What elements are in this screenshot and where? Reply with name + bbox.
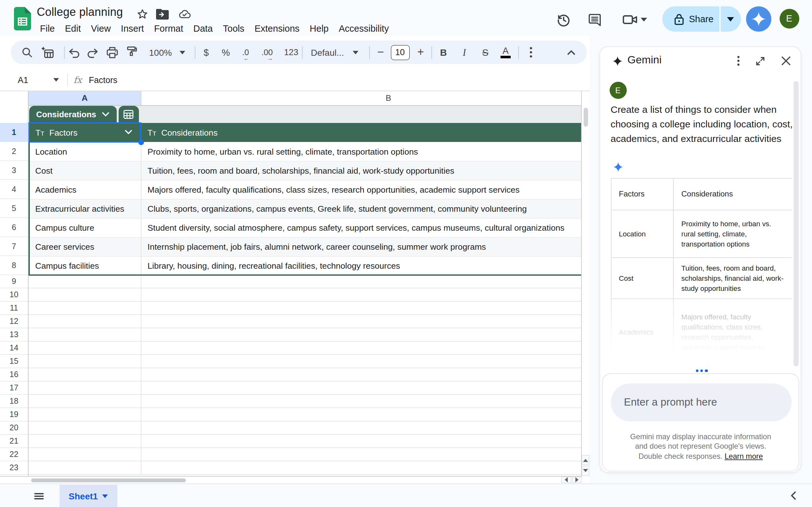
share-button-main[interactable]: Share	[662, 13, 719, 25]
account-avatar[interactable]: E	[779, 9, 799, 28]
toolbar-more-icon[interactable]	[522, 41, 540, 64]
cell-A6[interactable]: Campus culture	[29, 219, 141, 237]
menu-file[interactable]: File	[35, 21, 60, 36]
format-currency-button[interactable]: $	[197, 41, 215, 64]
cell-A2[interactable]: Location	[29, 142, 141, 161]
scroll-right-button[interactable]	[572, 476, 581, 483]
formula-bar-value[interactable]: Factors	[89, 69, 117, 91]
menu-view[interactable]: View	[86, 21, 116, 36]
all-sheets-menu-icon[interactable]	[34, 493, 44, 499]
learn-more-link[interactable]: Learn more	[724, 452, 763, 461]
italic-button[interactable]: I	[455, 41, 473, 64]
row-header-11[interactable]: 11	[0, 302, 28, 315]
row-header-23[interactable]: 23	[0, 461, 28, 475]
document-title[interactable]: College planning	[37, 6, 123, 19]
vertical-scrollbar-thumb[interactable]	[583, 108, 588, 127]
row-header-13[interactable]: 13	[0, 328, 28, 342]
undo-icon[interactable]	[65, 41, 83, 64]
decrease-font-size-button[interactable]: −	[372, 41, 389, 64]
row-header-15[interactable]: 15	[0, 355, 28, 368]
decrease-decimal-button[interactable]: .0←	[237, 41, 254, 64]
text-color-button[interactable]: A	[497, 41, 514, 64]
menu-help[interactable]: Help	[305, 21, 334, 36]
cell-B6[interactable]: Student diversity, social atmosphere, ca…	[141, 219, 581, 237]
sheets-logo-icon[interactable]	[14, 7, 31, 31]
row-header-4[interactable]: 4	[0, 180, 28, 199]
row-header-16[interactable]: 16	[0, 368, 28, 382]
gemini-prompt-input[interactable]: Enter a prompt here	[611, 383, 792, 421]
horizontal-scrollbar[interactable]	[0, 476, 581, 483]
increase-font-size-button[interactable]: +	[412, 41, 429, 64]
video-call-icon[interactable]	[621, 11, 639, 29]
zoom-select[interactable]: 100%	[144, 41, 190, 64]
cloud-saved-icon[interactable]	[178, 8, 191, 20]
gemini-expand-icon[interactable]	[754, 55, 766, 66]
menu-accessibility[interactable]: Accessibility	[334, 21, 394, 36]
font-size-input[interactable]: 10	[391, 45, 409, 60]
increase-decimal-button[interactable]: .00→	[257, 41, 277, 64]
menu-data[interactable]: Data	[188, 21, 217, 36]
share-dropdown-button[interactable]	[720, 17, 741, 21]
toolbar-table-sparkle-icon[interactable]	[40, 41, 55, 64]
gemini-menu-icon[interactable]	[733, 55, 744, 66]
redo-icon[interactable]	[84, 41, 101, 64]
scroll-down-button[interactable]	[582, 465, 589, 476]
font-family-select[interactable]: Defaul...	[306, 41, 370, 64]
cell-B4[interactable]: Majors offered, faculty qualifications, …	[141, 181, 581, 199]
menu-edit[interactable]: Edit	[60, 21, 86, 36]
row-header-18[interactable]: 18	[0, 395, 28, 408]
toolbar-search-icon[interactable]	[19, 41, 34, 64]
cell-B7[interactable]: Internship placement, job fairs, alumni …	[141, 238, 581, 256]
row-header-3[interactable]: 3	[0, 161, 28, 180]
row-header-20[interactable]: 20	[0, 421, 28, 435]
horizontal-scrollbar-thumb[interactable]	[31, 478, 186, 482]
menu-format[interactable]: Format	[149, 21, 189, 36]
row-header-12[interactable]: 12	[0, 315, 28, 328]
row-header-17[interactable]: 17	[0, 382, 28, 395]
row-header-9[interactable]: 9	[0, 275, 28, 288]
table-menu-button[interactable]	[118, 106, 139, 123]
row-header-14[interactable]: 14	[0, 342, 28, 355]
print-icon[interactable]	[103, 41, 121, 64]
row-header-22[interactable]: 22	[0, 448, 28, 461]
vertical-scrollbar[interactable]	[581, 91, 589, 483]
cell-B8[interactable]: Library, housing, dining, recreational f…	[141, 257, 581, 275]
video-call-caret-icon[interactable]	[639, 11, 649, 29]
gemini-panel-scrollbar-thumb[interactable]	[794, 81, 799, 366]
paint-format-icon[interactable]	[122, 41, 140, 64]
scroll-left-button[interactable]	[561, 476, 571, 483]
row-header-7[interactable]: 7	[0, 237, 28, 256]
sheet-tab-active[interactable]: Sheet1	[60, 485, 117, 507]
cell-A8[interactable]: Campus facilities	[29, 257, 141, 275]
column-header-b[interactable]: B	[141, 91, 581, 105]
row-header-6[interactable]: 6	[0, 218, 28, 237]
collapse-panel-chevron-icon[interactable]	[788, 490, 798, 500]
select-all-corner[interactable]	[0, 91, 29, 106]
scroll-up-button[interactable]	[582, 455, 589, 465]
gemini-close-icon[interactable]	[780, 55, 792, 66]
row-header-2[interactable]: 2	[0, 142, 28, 161]
name-box-caret-icon[interactable]	[53, 78, 59, 82]
format-percent-button[interactable]: %	[217, 41, 235, 64]
name-box[interactable]: A1	[18, 69, 28, 91]
row-header-5[interactable]: 5	[0, 199, 28, 218]
column-header-a[interactable]: A	[29, 91, 141, 105]
move-folder-icon[interactable]	[156, 8, 169, 20]
collapse-toolbar-icon[interactable]	[560, 41, 582, 64]
menu-insert[interactable]: Insert	[116, 21, 149, 36]
cell-A3[interactable]: Cost	[29, 162, 141, 180]
bold-button[interactable]: B	[435, 41, 452, 64]
cell-B3[interactable]: Tuition, fees, room and board, scholarsh…	[141, 162, 581, 180]
row-header-21[interactable]: 21	[0, 435, 28, 448]
strikethrough-button[interactable]: S	[476, 41, 494, 64]
cell-B2[interactable]: Proximity to home, urban vs. rural setti…	[141, 142, 581, 161]
cell-A5[interactable]: Extracurricular activities	[29, 200, 141, 218]
row-header-19[interactable]: 19	[0, 408, 28, 421]
more-formats-button[interactable]: 123	[280, 41, 303, 64]
comment-icon[interactable]	[586, 11, 603, 29]
selection-fill-handle[interactable]	[138, 139, 144, 145]
menu-tools[interactable]: Tools	[218, 21, 250, 36]
menu-extensions[interactable]: Extensions	[249, 21, 305, 36]
star-icon[interactable]	[136, 8, 148, 20]
cell-B5[interactable]: Clubs, sports, organizations, campus eve…	[141, 200, 581, 218]
